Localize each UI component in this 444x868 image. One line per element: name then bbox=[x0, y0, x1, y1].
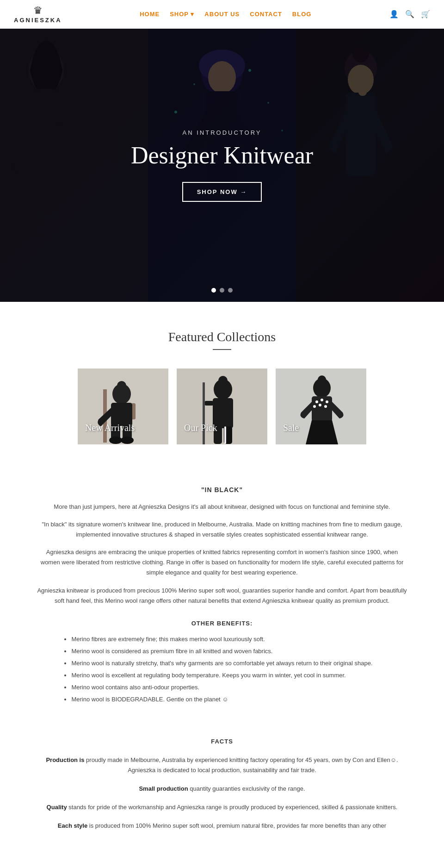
fact-style-text: is produced from 100% Merino super soft … bbox=[87, 822, 386, 829]
nav-shop[interactable]: SHOP ▾ bbox=[170, 11, 194, 18]
featured-collections-section: Featured Collections bbox=[0, 302, 444, 468]
benefits-list: Merino fibres are extremely fine; this m… bbox=[71, 633, 372, 706]
nav-icons: 👤 🔍 🛒 bbox=[389, 10, 430, 19]
svg-point-46 bbox=[318, 375, 326, 384]
fact-each-style: Each style is produced from 100% Merino … bbox=[37, 821, 407, 831]
user-icon[interactable]: 👤 bbox=[389, 10, 399, 19]
section-divider bbox=[213, 349, 231, 350]
nav-contact[interactable]: CONTACT bbox=[250, 11, 282, 18]
main-nav: HOME SHOP ▾ ABOUT US CONTACT BLOG bbox=[140, 11, 311, 18]
content-section: "IN BLACK" More than just jumpers, here … bbox=[0, 468, 444, 729]
hero-title: Designer Knitwear bbox=[131, 142, 313, 169]
fact-style-label: Each style bbox=[58, 822, 87, 829]
svg-rect-42 bbox=[204, 401, 214, 406]
svg-point-51 bbox=[313, 405, 316, 408]
svg-rect-43 bbox=[203, 382, 205, 444]
svg-point-34 bbox=[121, 437, 134, 444]
svg-point-53 bbox=[324, 405, 327, 408]
collection-card-sale[interactable]: Sale bbox=[276, 368, 366, 444]
benefit-item-1: Merino fibres are extremely fine; this m… bbox=[71, 633, 372, 645]
content-para-1: More than just jumpers, here at Agnieszk… bbox=[37, 502, 407, 512]
benefit-item-2: Merino wool is considered as premium fib… bbox=[71, 645, 372, 657]
facts-heading: FACTS bbox=[37, 738, 407, 745]
svg-point-50 bbox=[326, 400, 328, 403]
search-icon[interactable]: 🔍 bbox=[405, 10, 414, 19]
logo-crown-icon: ♛ bbox=[33, 5, 43, 17]
content-para-4: Agnieszka knitwear is produced from prec… bbox=[37, 586, 407, 606]
fact-small-production: Small production quantity guaranties exc… bbox=[37, 784, 407, 794]
hero-subtitle: AN INTRODUCTORY bbox=[131, 129, 313, 136]
collection-card-new-arrivals[interactable]: New Arrivals bbox=[78, 368, 168, 444]
site-header: ♛ AGNIESZKA HOME SHOP ▾ ABOUT US CONTACT… bbox=[0, 0, 444, 29]
collection-label-sale: Sale bbox=[283, 423, 299, 433]
carousel-indicators bbox=[211, 288, 233, 293]
collection-label-new-arrivals: New Arrivals bbox=[85, 423, 135, 433]
fact-small-label: Small production bbox=[139, 785, 188, 792]
carousel-dot-2[interactable] bbox=[220, 288, 224, 293]
fact-quality: Quality stands for pride of the workmans… bbox=[37, 802, 407, 812]
collection-label-our-pick: Our Pick bbox=[184, 423, 217, 433]
svg-point-52 bbox=[319, 404, 321, 406]
svg-point-37 bbox=[218, 376, 228, 385]
content-para-3: Agnieszka designs are embracing the uniq… bbox=[37, 547, 407, 578]
collections-grid: New Arrivals bbox=[14, 368, 430, 444]
svg-point-49 bbox=[321, 399, 323, 401]
carousel-dot-1[interactable] bbox=[211, 288, 216, 293]
cart-icon[interactable]: 🛒 bbox=[421, 10, 430, 19]
fact-production: Production is proudly made in Melbourne,… bbox=[37, 755, 407, 775]
facts-section: FACTS Production is proudly made in Melb… bbox=[0, 729, 444, 858]
benefit-item-6: Merino wool is BIODEGRADABLE. Gentle on … bbox=[71, 693, 372, 706]
svg-point-29 bbox=[117, 381, 126, 390]
fact-production-text: proudly made in Melbourne, Australia by … bbox=[84, 756, 398, 774]
shop-now-button[interactable]: SHOP NOW bbox=[182, 182, 262, 202]
featured-title: Featured Collections bbox=[14, 330, 430, 344]
fact-small-text: quantity guaranties exclusivity of the r… bbox=[188, 785, 305, 792]
benefit-item-3: Merino wool is naturally stretchy, that'… bbox=[71, 657, 372, 669]
fact-quality-text: stands for pride of the workmanship and … bbox=[67, 804, 398, 811]
content-heading: "IN BLACK" bbox=[37, 486, 407, 493]
benefits-heading: OTHER BENEFITS: bbox=[37, 620, 407, 627]
benefit-item-5: Merino wool contains also anti-odour pro… bbox=[71, 681, 372, 693]
logo[interactable]: ♛ AGNIESZKA bbox=[14, 5, 62, 24]
collection-card-our-pick[interactable]: Our Pick bbox=[177, 368, 267, 444]
benefit-item-4: Merino wool is excellent at regulating b… bbox=[71, 669, 372, 681]
svg-point-48 bbox=[315, 400, 318, 403]
nav-about[interactable]: ABOUT US bbox=[204, 11, 240, 18]
fact-production-label: Production is bbox=[46, 756, 84, 763]
nav-home[interactable]: HOME bbox=[140, 11, 160, 18]
svg-point-33 bbox=[109, 437, 122, 444]
carousel-dot-3[interactable] bbox=[228, 288, 233, 293]
fact-quality-label: Quality bbox=[47, 804, 67, 811]
logo-text: AGNIESZKA bbox=[14, 17, 62, 24]
content-para-2: "In black" its signature women's knitwea… bbox=[37, 519, 407, 540]
svg-rect-41 bbox=[224, 426, 226, 444]
nav-blog[interactable]: BLOG bbox=[292, 11, 312, 18]
hero-section: AN INTRODUCTORY Designer Knitwear SHOP N… bbox=[0, 29, 444, 302]
